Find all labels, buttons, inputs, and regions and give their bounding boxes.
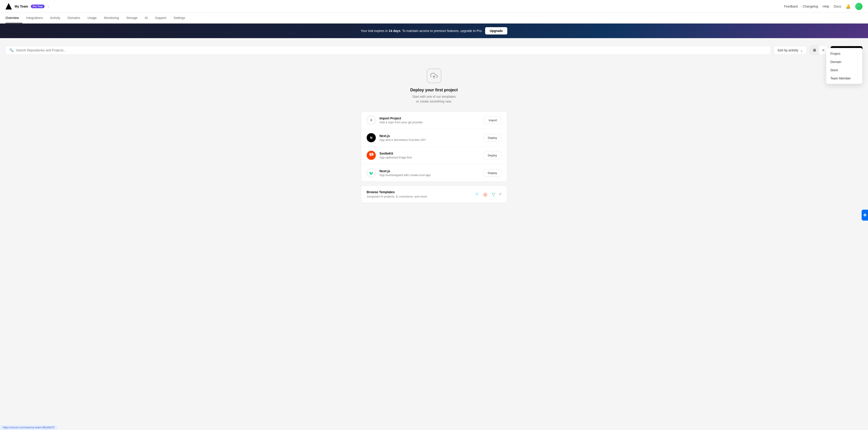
svelte-template-icon: ◎ xyxy=(482,191,488,197)
changelog-link[interactable]: Changelog xyxy=(803,5,818,8)
sub-nav: Overview Integrations Activity Domains U… xyxy=(0,13,868,24)
deploy-sveltekit-button[interactable]: Deploy xyxy=(484,152,501,159)
tab-integrations[interactable]: Integrations xyxy=(22,13,46,23)
dropdown-item-store[interactable]: Store xyxy=(826,66,862,74)
tab-ai[interactable]: AI xyxy=(141,13,151,23)
project-cards: + Import Project Add a repo from your gi… xyxy=(361,111,507,182)
tab-activity[interactable]: Activity xyxy=(46,13,64,23)
tab-domains[interactable]: Domains xyxy=(64,13,84,23)
nextjs-icon: N xyxy=(367,133,376,142)
project-card-import: + Import Project Add a repo from your gi… xyxy=(361,112,507,129)
banner-text-part2: . To maintain access to premium features… xyxy=(400,29,483,33)
card-info-nuxtjs: Nuxt.js App bootstrapped with create-nux… xyxy=(379,169,480,177)
import-icon: + xyxy=(367,116,376,125)
search-box: 🔍 xyxy=(5,46,771,55)
sveltekit-icon xyxy=(367,151,376,160)
feedback-link[interactable]: Feedback xyxy=(784,5,798,8)
card-desc-import: Add a repo from your git provider xyxy=(379,121,480,124)
banner-text-part1: Your trial expires in xyxy=(361,29,389,33)
search-input[interactable] xyxy=(16,49,767,52)
card-desc-nuxtjs: App bootstrapped with create-nuxt-app xyxy=(379,173,480,177)
pro-trial-badge: Pro Trial xyxy=(31,5,44,8)
banner-text: Your trial expires in 14 days. To mainta… xyxy=(361,29,483,33)
card-info-import: Import Project Add a repo from your git … xyxy=(379,117,480,124)
browse-info: Browse Templates Jumpstart AI projects, … xyxy=(367,190,427,198)
tab-usage[interactable]: Usage xyxy=(84,13,100,23)
empty-subtitle: Start with one of our templates or creat… xyxy=(412,94,456,104)
upgrade-button[interactable]: Upgrade xyxy=(485,27,507,34)
card-desc-nextjs: App and a Serverless Function API xyxy=(379,138,480,142)
browse-title: Browse Templates xyxy=(367,190,427,194)
empty-state: Deploy your first project Start with one… xyxy=(5,64,863,111)
external-link-icon[interactable]: ↗ xyxy=(498,192,501,196)
docs-link[interactable]: Docs xyxy=(834,5,841,8)
dropdown-item-domain[interactable]: Domain xyxy=(826,58,862,66)
browse-icons: ⚛ ◎ ▽ ↗ xyxy=(474,191,501,197)
browse-templates[interactable]: Browse Templates Jumpstart AI projects, … xyxy=(361,185,507,203)
deploy-nextjs-button[interactable]: Deploy xyxy=(484,134,501,142)
trial-banner: Your trial expires in 14 days. To mainta… xyxy=(0,24,868,38)
notifications-bell-icon[interactable]: 🔔 xyxy=(846,4,851,9)
tab-storage[interactable]: Storage xyxy=(123,13,141,23)
vercel-logo[interactable] xyxy=(5,3,12,9)
side-button[interactable]: ✚ xyxy=(862,210,868,211)
empty-sub-2: or create something new. xyxy=(416,99,452,103)
team-name[interactable]: My Team xyxy=(14,5,28,8)
avatar[interactable] xyxy=(855,3,863,10)
sort-dropdown[interactable]: Sort by activity ⌄ xyxy=(774,46,807,55)
sort-label: Sort by activity xyxy=(778,49,798,52)
tab-overview[interactable]: Overview xyxy=(5,13,22,23)
vue-template-icon: ▽ xyxy=(490,191,497,197)
tab-support[interactable]: Support xyxy=(151,13,170,23)
dropdown-item-project[interactable]: Project xyxy=(826,50,862,58)
team-chevron-icon[interactable]: ⌄ xyxy=(47,5,50,8)
banner-days: 14 days xyxy=(389,29,400,33)
top-nav: My Team Pro Trial ⌄ Feedback Changelog H… xyxy=(0,0,868,13)
sort-chevron-icon: ⌄ xyxy=(800,49,803,52)
project-card-nextjs: N Next.js App and a Serverless Function … xyxy=(361,129,507,147)
project-card-sveltekit: SvelteKit App optimized Edge-first Deplo… xyxy=(361,147,507,164)
help-link[interactable]: Help xyxy=(823,5,829,8)
project-card-nuxtjs: Nuxt.js App bootstrapped with create-nux… xyxy=(361,164,507,182)
import-button[interactable]: Import xyxy=(484,117,501,124)
card-name-nextjs: Next.js xyxy=(379,134,480,138)
search-icon: 🔍 xyxy=(9,48,14,52)
top-nav-right: Feedback Changelog Help Docs 🔔 xyxy=(784,3,863,10)
card-info-nextjs: Next.js App and a Serverless Function AP… xyxy=(379,134,480,142)
nuxtjs-icon xyxy=(367,168,376,178)
add-new-dropdown: Project Domain Store Team Member xyxy=(826,48,863,84)
toolbar: 🔍 Sort by activity ⌄ ⊞ ≡ Add New... ⌄ xyxy=(5,45,863,55)
card-name-nuxtjs: Nuxt.js xyxy=(379,169,480,173)
tab-monitoring[interactable]: Monitoring xyxy=(100,13,123,23)
card-desc-sveltekit: App optimized Edge-first xyxy=(379,156,480,159)
grid-view-button[interactable]: ⊞ xyxy=(810,46,819,55)
deploy-icon xyxy=(427,68,441,83)
dropdown-item-team-member[interactable]: Team Member xyxy=(826,74,862,83)
card-name-import: Import Project xyxy=(379,117,480,120)
top-nav-left: My Team Pro Trial ⌄ xyxy=(5,3,50,9)
tab-settings[interactable]: Settings xyxy=(170,13,189,23)
empty-sub-1: Start with one of our templates xyxy=(412,95,456,98)
empty-title: Deploy your first project xyxy=(410,88,458,92)
main-content: 🔍 Sort by activity ⌄ ⊞ ≡ Add New... ⌄ Pr… xyxy=(0,38,868,210)
card-info-sveltekit: SvelteKit App optimized Edge-first xyxy=(379,152,480,159)
deploy-nuxtjs-button[interactable]: Deploy xyxy=(484,169,501,177)
react-template-icon: ⚛ xyxy=(474,191,480,197)
card-name-sveltekit: SvelteKit xyxy=(379,152,480,155)
browse-sub: Jumpstart AI projects, E-commerce, and m… xyxy=(367,195,427,198)
view-toggle: ⊞ ≡ xyxy=(810,45,828,55)
